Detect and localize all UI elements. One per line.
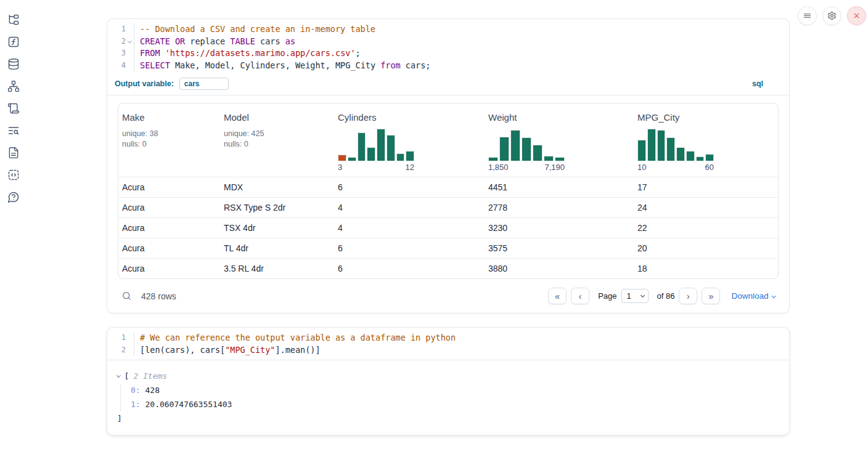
- fold-chevron-icon[interactable]: [126, 36, 134, 48]
- sql-code-editor[interactable]: 1-- Download a CSV and create an in-memo…: [107, 19, 789, 76]
- file-tree-icon[interactable]: [7, 14, 20, 26]
- table-cell: 22: [634, 223, 778, 233]
- histogram-bar[interactable]: [522, 137, 531, 160]
- table-body: AcuraMDX6445117AcuraRSX Type S 2dr427782…: [118, 177, 778, 278]
- python-output-tree: [ 2 Items 0: 4281: 20.060747663551403 ]: [107, 360, 789, 435]
- last-page-button[interactable]: »: [702, 288, 720, 304]
- settings-button[interactable]: [822, 6, 841, 25]
- histogram-bar[interactable]: [488, 157, 498, 161]
- table-row[interactable]: AcuraTL 4dr6357520: [118, 238, 778, 258]
- histogram-bar[interactable]: [338, 155, 346, 160]
- histogram-cylinders[interactable]: [338, 129, 414, 161]
- table-cell: TSX 4dr: [220, 223, 334, 233]
- histogram-bar[interactable]: [676, 147, 685, 161]
- table-cell: Acura: [118, 203, 220, 212]
- histogram-bar[interactable]: [666, 137, 675, 160]
- line-number: 4: [107, 60, 134, 72]
- table-header: Makeunique: 38nulls: 0Modelunique: 425nu…: [118, 103, 778, 177]
- tree-body: 0: 4281: 20.060747663551403: [120, 384, 779, 411]
- tree-entry: 1: 20.060747663551403: [131, 398, 779, 412]
- histogram-bar[interactable]: [544, 156, 554, 161]
- table-cell: 6: [334, 182, 485, 192]
- code-line[interactable]: 3FROM 'https://datasets.marimo.app/cars.…: [107, 47, 789, 60]
- column-header-weight[interactable]: Weight1,8507,190: [485, 112, 634, 172]
- log-search-icon[interactable]: [7, 124, 20, 137]
- table-row[interactable]: AcuraMDX6445117: [118, 177, 778, 197]
- histogram-axis: 312: [338, 163, 414, 172]
- notebook-main: 1-- Download a CSV and create an in-memo…: [107, 18, 790, 435]
- code-line[interactable]: 1-- Download a CSV and create an in-memo…: [107, 23, 789, 36]
- page-select[interactable]: 1: [621, 289, 649, 303]
- histogram-bar[interactable]: [358, 132, 366, 161]
- histogram-bar[interactable]: [377, 129, 385, 161]
- line-number: 1: [107, 332, 134, 344]
- tree-entry: 0: 428: [131, 384, 779, 398]
- table-row[interactable]: AcuraRSX Type S 2dr4277824: [118, 197, 778, 217]
- histogram-weight[interactable]: [488, 129, 565, 161]
- row-count: 428 rows: [141, 291, 176, 301]
- table-cell: Acura: [118, 182, 220, 192]
- next-page-button[interactable]: ›: [679, 288, 697, 304]
- histogram-mpg_city[interactable]: [637, 129, 714, 161]
- code-line[interactable]: 2CREATE OR replace TABLE cars as: [107, 36, 789, 48]
- prev-page-button[interactable]: ‹: [571, 288, 589, 304]
- tree-root[interactable]: [ 2 Items: [117, 370, 779, 382]
- help-icon[interactable]: [7, 191, 20, 203]
- database-icon[interactable]: [7, 58, 20, 70]
- table-cell: 18: [634, 264, 778, 273]
- histogram-bar[interactable]: [696, 156, 705, 161]
- download-button[interactable]: Download: [731, 291, 775, 301]
- histogram-bar[interactable]: [387, 135, 395, 161]
- output-variable-input[interactable]: [179, 78, 229, 90]
- table-row[interactable]: Acura3.5 RL 4dr6388018: [118, 258, 778, 278]
- histogram-bar[interactable]: [657, 130, 666, 160]
- histogram-bar[interactable]: [499, 137, 509, 161]
- line-number: 2: [107, 344, 134, 357]
- histogram-bar[interactable]: [637, 140, 646, 161]
- snippets-icon[interactable]: [7, 169, 20, 181]
- first-page-button[interactable]: «: [548, 288, 567, 304]
- table-cell: 24: [634, 203, 778, 212]
- gear-icon: [827, 11, 837, 20]
- table-cell: 4: [334, 223, 485, 233]
- column-stats: unique: 425nulls: 0: [224, 129, 334, 150]
- table-cell: TL 4dr: [220, 243, 334, 253]
- histogram-bar[interactable]: [705, 154, 714, 160]
- table-cell: Acura: [118, 243, 220, 253]
- histogram-bar[interactable]: [510, 130, 520, 160]
- dependency-graph-icon[interactable]: [7, 80, 20, 92]
- close-button[interactable]: [847, 6, 866, 25]
- scroll-icon[interactable]: [7, 102, 20, 115]
- column-header-make[interactable]: Makeunique: 38nulls: 0: [118, 112, 220, 172]
- top-controls: [798, 6, 866, 25]
- code-line[interactable]: 2[len(cars), cars["MPG_City"].mean()]: [107, 344, 789, 357]
- document-icon[interactable]: [7, 147, 20, 159]
- histogram-bar[interactable]: [396, 153, 405, 160]
- page-total: of 86: [657, 291, 675, 301]
- histogram-bar[interactable]: [367, 147, 375, 161]
- line-number: 1: [107, 23, 134, 36]
- histogram-bar[interactable]: [406, 151, 414, 161]
- table-cell: 4451: [485, 182, 634, 192]
- histogram-bar[interactable]: [533, 145, 542, 161]
- histogram-bar[interactable]: [686, 151, 695, 161]
- table-cell: 3880: [485, 264, 634, 273]
- histogram-bar[interactable]: [647, 129, 656, 161]
- table-row[interactable]: AcuraTSX 4dr4323022: [118, 217, 778, 238]
- column-header-mpg_city[interactable]: MPG_City1060: [634, 112, 778, 172]
- table-cell: Acura: [118, 223, 220, 233]
- function-icon[interactable]: [7, 36, 20, 48]
- menu-icon: [803, 11, 812, 20]
- column-header-model[interactable]: Modelunique: 425nulls: 0: [220, 112, 334, 172]
- histogram-bar[interactable]: [348, 157, 356, 161]
- python-code-editor[interactable]: 1# We can reference the output variable …: [107, 328, 789, 360]
- search-icon[interactable]: [121, 291, 132, 301]
- code-line[interactable]: 4SELECT Make, Model, Cylinders, Weight, …: [107, 60, 789, 72]
- column-stats: unique: 38nulls: 0: [122, 129, 220, 150]
- table-cell: 3230: [485, 223, 634, 233]
- python-cell: 1# We can reference the output variable …: [107, 327, 790, 435]
- code-line[interactable]: 1# We can reference the output variable …: [107, 332, 789, 344]
- column-header-cylinders[interactable]: Cylinders312: [334, 112, 485, 172]
- menu-button[interactable]: [798, 6, 817, 25]
- histogram-bar[interactable]: [555, 157, 565, 161]
